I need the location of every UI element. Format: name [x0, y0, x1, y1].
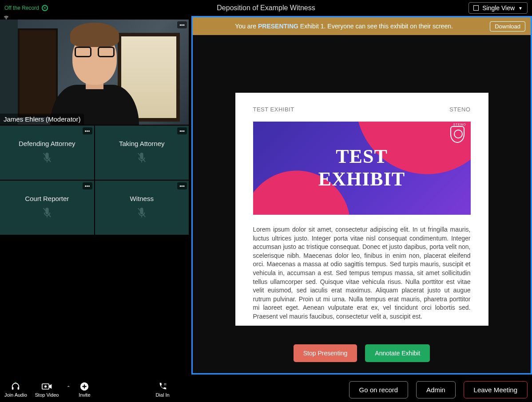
presenting-highlight: PRESENTING	[258, 23, 298, 30]
svg-point-10	[165, 383, 166, 384]
participant-tile[interactable]: ••• Defending Attorney	[0, 126, 94, 180]
document-banner: STENO TEST EXHIBIT	[253, 122, 471, 215]
download-button[interactable]: Download	[490, 21, 525, 32]
phone-icon	[156, 382, 169, 391]
speaker-video-placeholder	[0, 20, 189, 125]
meeting-title: Deposition of Example Witness	[0, 4, 532, 12]
svg-point-7	[44, 385, 47, 387]
join-audio-button[interactable]: Join Audio	[4, 382, 27, 398]
mic-muted-icon	[137, 152, 147, 166]
plus-circle-icon	[78, 382, 91, 391]
shield-icon	[450, 126, 465, 143]
banner-line1: TEST	[336, 146, 388, 167]
presenting-message: You are PRESENTING Exhibit 1. Everyone c…	[198, 23, 490, 30]
doc-header-right: STENO	[449, 106, 470, 113]
bottom-bar: Join Audio Stop Video ⌃ Invite Dial In G…	[0, 377, 532, 402]
view-mode-label: Single View	[482, 4, 515, 12]
mic-muted-icon	[42, 207, 52, 221]
exhibit-action-bar: Stop Presenting Annotate Exhibit	[193, 333, 531, 373]
participant-tile[interactable]: ••• Witness	[95, 181, 189, 235]
svg-rect-4	[12, 387, 14, 390]
video-options-chevron[interactable]: ⌃	[67, 385, 70, 394]
svg-point-9	[164, 383, 165, 384]
tile-options-button[interactable]: •••	[177, 127, 187, 134]
tile-options-button[interactable]: •••	[83, 182, 92, 189]
record-status: Off the Record ✕	[4, 5, 48, 11]
presenting-banner: You are PRESENTING Exhibit 1. Everyone c…	[193, 17, 531, 35]
join-audio-label: Join Audio	[4, 392, 27, 398]
dial-in-button[interactable]: Dial In	[155, 382, 169, 398]
leave-meeting-button[interactable]: Leave Meeting	[464, 381, 528, 398]
document-header: TEST EXHIBIT STENO	[253, 106, 471, 113]
record-status-icon: ✕	[42, 5, 48, 11]
stop-video-label: Stop Video	[35, 392, 59, 398]
participant-tile[interactable]: ••• Taking Attorney	[95, 126, 189, 180]
dial-in-label: Dial In	[155, 392, 169, 398]
active-speaker-tile[interactable]: ••• James Ehlers (Moderator)	[0, 20, 189, 125]
headphones-icon	[9, 382, 22, 391]
tile-options-button[interactable]: •••	[177, 182, 187, 189]
tile-options-button[interactable]: •••	[83, 127, 92, 134]
banner-line2: EXHIBIT	[318, 168, 405, 190]
camera-icon	[41, 382, 53, 391]
chevron-down-icon: ▼	[518, 6, 523, 11]
connection-row	[0, 16, 189, 20]
svg-point-12	[165, 384, 166, 385]
single-view-icon	[473, 5, 479, 11]
video-column: ••• James Ehlers (Moderator) ••• Defendi…	[0, 16, 189, 374]
svg-point-11	[164, 384, 165, 385]
participant-role: Taking Attorney	[119, 140, 165, 147]
document-viewport[interactable]: TEST EXHIBIT STENO STENO TEST EXHIBIT Lo…	[193, 35, 531, 333]
main-area: ••• James Ehlers (Moderator) ••• Defendi…	[0, 16, 532, 374]
invite-label: Invite	[79, 392, 90, 398]
stop-presenting-button[interactable]: Stop Presenting	[294, 344, 357, 362]
exhibit-panel: You are PRESENTING Exhibit 1. Everyone c…	[191, 16, 532, 374]
participant-role: Defending Attorney	[19, 140, 75, 147]
tile-options-button[interactable]: •••	[177, 21, 187, 28]
speaker-name-label: James Ehlers (Moderator)	[0, 114, 84, 125]
participant-role: Court Reporter	[25, 195, 69, 202]
exhibit-document: TEST EXHIBIT STENO STENO TEST EXHIBIT Lo…	[235, 93, 488, 326]
participant-role: Witness	[130, 195, 154, 202]
view-mode-select[interactable]: Single View ▼	[468, 2, 528, 14]
banner-title: TEST EXHIBIT	[318, 146, 405, 190]
invite-button[interactable]: Invite	[78, 382, 91, 398]
presenting-suffix: Exhibit 1. Everyone can see this exhibit…	[298, 23, 453, 30]
record-status-label: Off the Record	[4, 5, 39, 11]
document-body-text: Lorem ipsum dolor sit amet, consectetur …	[253, 225, 471, 321]
mic-muted-icon	[42, 152, 52, 166]
annotate-exhibit-button[interactable]: Annotate Exhibit	[365, 344, 430, 362]
go-on-record-button[interactable]: Go on record	[349, 381, 409, 398]
svg-rect-5	[18, 387, 20, 390]
presenting-prefix: You are	[235, 23, 258, 30]
mic-muted-icon	[137, 207, 147, 221]
participant-grid: ••• Defending Attorney ••• Taking Attorn…	[0, 126, 189, 235]
banner-badge-text: STENO	[453, 123, 466, 126]
stop-video-button[interactable]: Stop Video	[35, 382, 59, 398]
top-bar: Off the Record ✕ Deposition of Example W…	[0, 0, 532, 16]
admin-button[interactable]: Admin	[416, 381, 456, 398]
participant-tile[interactable]: ••• Court Reporter	[0, 181, 94, 235]
doc-header-left: TEST EXHIBIT	[253, 106, 294, 113]
